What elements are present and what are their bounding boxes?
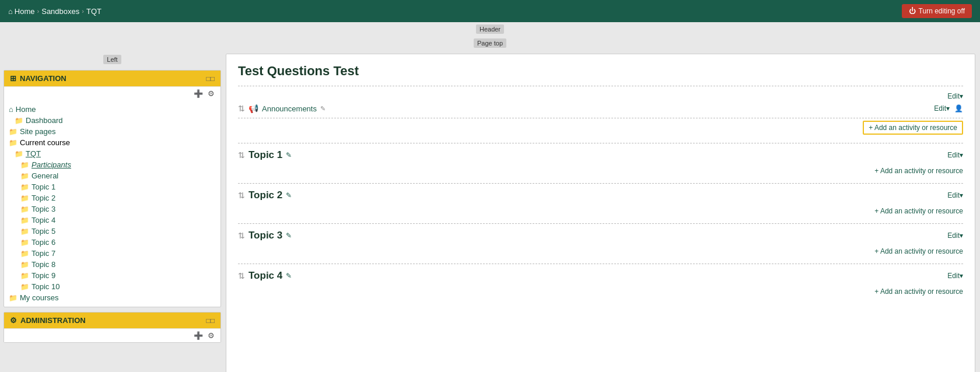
nav-dashboard[interactable]: 📁 Dashboard bbox=[9, 115, 216, 126]
nav-topic4-link[interactable]: Topic 4 bbox=[32, 216, 55, 224]
nav-topic7-link[interactable]: Topic 7 bbox=[32, 249, 55, 258]
nav-topic9-link[interactable]: Topic 9 bbox=[32, 271, 55, 280]
nav-topic6[interactable]: 📁 Topic 6 bbox=[9, 237, 216, 248]
topic2-drag-handle[interactable]: ⇅ bbox=[238, 191, 245, 200]
topic2-pencil-icon[interactable]: ✎ bbox=[286, 191, 292, 199]
nav-participants[interactable]: 📁 Participants bbox=[9, 159, 216, 170]
section-topic1: ⇅ Topic 1 ✎ Edit▾ + Add an activity or r… bbox=[238, 143, 963, 183]
nav-topic1[interactable]: 📁 Topic 1 bbox=[9, 181, 216, 192]
topic4-add-activity-button[interactable]: + Add an activity or resource bbox=[874, 287, 963, 296]
administration-block-minmax[interactable]: □□ bbox=[206, 317, 215, 325]
topic3-edit-link[interactable]: Edit▾ bbox=[947, 231, 963, 240]
general-section-top-edit-row: Edit▾ bbox=[238, 92, 963, 100]
topic4-add-activity-row: + Add an activity or resource bbox=[238, 285, 963, 298]
topic1-title: Topic 1 bbox=[249, 149, 282, 161]
navigation-add-icon[interactable]: ➕ bbox=[194, 89, 203, 98]
tqt-folder-icon: 📁 bbox=[15, 150, 23, 158]
administration-settings-icon[interactable]: ⚙ bbox=[208, 331, 215, 340]
breadcrumb-home[interactable]: ⌂ Home bbox=[8, 7, 35, 16]
topic2-add-activity-button[interactable]: + Add an activity or resource bbox=[874, 207, 963, 215]
navigation-icon: ⊞ bbox=[10, 74, 16, 83]
nav-currentcourse: 📁 Current course bbox=[9, 137, 216, 148]
topic1-edit-link[interactable]: Edit▾ bbox=[947, 151, 963, 159]
nav-home[interactable]: ⌂ Home bbox=[9, 104, 216, 115]
section-topic3: ⇅ Topic 3 ✎ Edit▾ + Add an activity or r… bbox=[238, 223, 963, 264]
nav-topic5-link[interactable]: Topic 5 bbox=[32, 227, 55, 236]
nav-general[interactable]: 📁 General bbox=[9, 170, 216, 181]
topic3-drag-handle[interactable]: ⇅ bbox=[238, 231, 245, 240]
nav-topic2[interactable]: 📁 Topic 2 bbox=[9, 192, 216, 203]
navigation-block-minmax[interactable]: □□ bbox=[206, 75, 215, 83]
sitepages-folder-icon: 📁 bbox=[9, 128, 18, 136]
nav-participants-link[interactable]: Participants bbox=[32, 160, 71, 169]
nav-topic10[interactable]: 📁 Topic 10 bbox=[9, 281, 216, 292]
topic2-folder-icon: 📁 bbox=[20, 194, 29, 202]
nav-topic2-link[interactable]: Topic 2 bbox=[32, 194, 55, 202]
topic3-pencil-icon[interactable]: ✎ bbox=[286, 231, 292, 240]
topic1-add-activity-button[interactable]: + Add an activity or resource bbox=[874, 167, 963, 175]
topic4-pencil-icon[interactable]: ✎ bbox=[286, 272, 292, 280]
general-add-activity-row: + Add an activity or resource bbox=[238, 118, 963, 137]
section-topic4: ⇅ Topic 4 ✎ Edit▾ + Add an activity or r… bbox=[238, 264, 963, 304]
announcements-drag-handle[interactable]: ⇅ bbox=[238, 104, 245, 113]
topic1-drag-handle[interactable]: ⇅ bbox=[238, 150, 245, 160]
announcements-edit-link[interactable]: Edit▾ bbox=[934, 104, 950, 113]
announcements-pencil-icon[interactable]: ✎ bbox=[320, 105, 326, 113]
topic2-add-activity-row: + Add an activity or resource bbox=[238, 205, 963, 217]
sidebar: Left ⊞ NAVIGATION □□ ➕ ⚙ ⌂ Home bbox=[0, 50, 225, 372]
announcements-right: Edit▾ 👤 bbox=[934, 104, 963, 113]
nav-topic3[interactable]: 📁 Topic 3 bbox=[9, 203, 216, 215]
topic4-drag-handle[interactable]: ⇅ bbox=[238, 271, 245, 280]
nav-topic3-link[interactable]: Topic 3 bbox=[32, 205, 55, 213]
topic3-title: Topic 3 bbox=[249, 230, 282, 241]
nav-topic9[interactable]: 📁 Topic 9 bbox=[9, 270, 216, 281]
topic6-folder-icon: 📁 bbox=[20, 238, 29, 247]
announcements-row: ⇅ 📢 Announcements ✎ Edit▾ 👤 bbox=[238, 101, 963, 118]
topic2-edit-link[interactable]: Edit▾ bbox=[947, 191, 963, 199]
nav-home-link[interactable]: Home bbox=[16, 105, 36, 114]
topic10-folder-icon: 📁 bbox=[20, 283, 29, 291]
topic3-add-activity-button[interactable]: + Add an activity or resource bbox=[874, 247, 963, 255]
general-add-activity-button[interactable]: + Add an activity or resource bbox=[863, 121, 963, 135]
nav-topic4[interactable]: 📁 Topic 4 bbox=[9, 215, 216, 226]
nav-mycourses[interactable]: 📁 My courses bbox=[9, 292, 216, 303]
topic1-add-activity-row: + Add an activity or resource bbox=[238, 164, 963, 177]
nav-general-link[interactable]: General bbox=[32, 171, 58, 180]
administration-block: ⚙ ADMINISTRATION □□ ➕ ⚙ bbox=[4, 312, 221, 343]
nav-topic10-link[interactable]: Topic 10 bbox=[32, 282, 60, 291]
announcements-user-icon: 👤 bbox=[954, 104, 963, 113]
nav-topic8-link[interactable]: Topic 8 bbox=[32, 260, 55, 269]
dashboard-folder-icon: 📁 bbox=[15, 117, 23, 125]
nav-topic5[interactable]: 📁 Topic 5 bbox=[9, 226, 216, 237]
nav-topic7[interactable]: 📁 Topic 7 bbox=[9, 248, 216, 259]
nav-dashboard-link[interactable]: Dashboard bbox=[26, 116, 63, 125]
nav-topic6-link[interactable]: Topic 6 bbox=[32, 238, 55, 247]
topic9-folder-icon: 📁 bbox=[20, 272, 29, 280]
announcements-link[interactable]: Announcements bbox=[262, 104, 317, 113]
power-icon: ⏻ bbox=[909, 7, 916, 15]
breadcrumb-tqt[interactable]: TQT bbox=[86, 7, 102, 16]
nav-sitepages[interactable]: 📁 Site pages bbox=[9, 126, 216, 137]
nav-sitepages-link[interactable]: Site pages bbox=[20, 127, 55, 136]
home-icon: ⌂ bbox=[8, 7, 13, 16]
administration-add-icon[interactable]: ➕ bbox=[194, 331, 203, 340]
turn-editing-off-button[interactable]: ⏻ Turn editing off bbox=[902, 4, 972, 18]
administration-block-toolbar: ➕ ⚙ bbox=[4, 328, 220, 342]
nav-mycourses-link[interactable]: My courses bbox=[20, 293, 58, 302]
topic2-title: Topic 2 bbox=[249, 189, 282, 201]
topic4-edit-link[interactable]: Edit▾ bbox=[947, 272, 963, 280]
nav-tqt-link[interactable]: TQT bbox=[26, 149, 41, 158]
administration-block-actions: □□ bbox=[206, 317, 215, 325]
navigation-block-content: ⌂ Home 📁 Dashboard 📁 Site pages 📁 Curren… bbox=[4, 100, 220, 307]
administration-title: ADMINISTRATION bbox=[20, 316, 86, 325]
general-section-edit-link[interactable]: Edit▾ bbox=[947, 92, 963, 100]
topic1-pencil-icon[interactable]: ✎ bbox=[286, 151, 292, 159]
breadcrumb-sandboxes[interactable]: Sandboxes bbox=[41, 7, 79, 16]
nav-topic8[interactable]: 📁 Topic 8 bbox=[9, 259, 216, 270]
nav-currentcourse-label: Current course bbox=[20, 138, 70, 147]
breadcrumb: ⌂ Home › Sandboxes › TQT bbox=[8, 7, 102, 16]
navigation-settings-icon[interactable]: ⚙ bbox=[208, 89, 215, 98]
course-title: Test Questions Test bbox=[238, 64, 963, 79]
nav-tqt[interactable]: 📁 TQT bbox=[9, 148, 216, 159]
nav-topic1-link[interactable]: Topic 1 bbox=[32, 183, 55, 191]
